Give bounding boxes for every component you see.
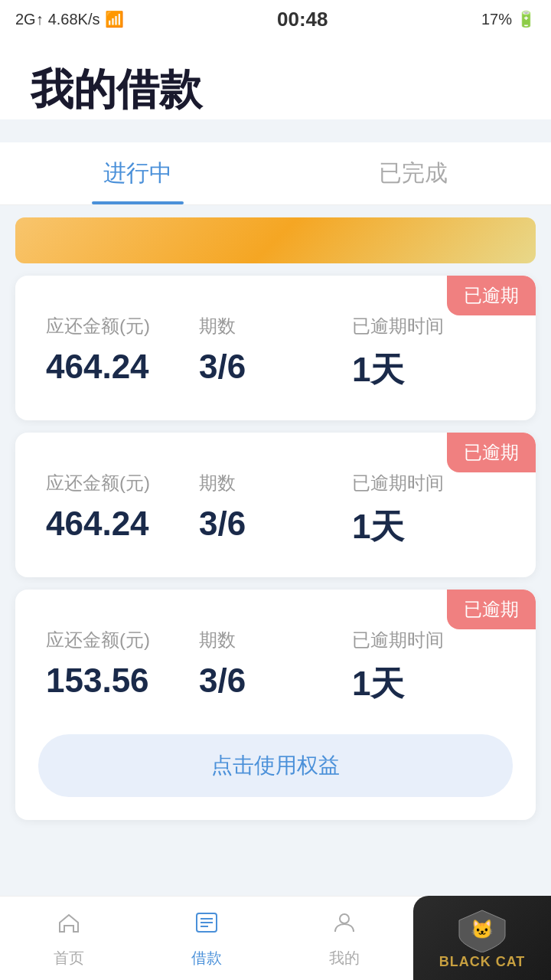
label-period-3: 期数 <box>199 628 352 652</box>
value-overdue-2: 1天 <box>352 505 505 550</box>
label-period-1: 期数 <box>199 314 352 338</box>
benefit-button[interactable]: 点击使用权益 <box>38 734 513 797</box>
blackcat-overlay: 🐱 BLACK CAT <box>413 896 551 980</box>
value-amount-2: 464.24 <box>46 505 199 543</box>
label-overdue-2: 已逾期时间 <box>352 471 505 495</box>
card-col-overdue-1: 已逾期时间 1天 <box>352 314 505 393</box>
card-col-period-1: 期数 3/6 <box>199 314 352 386</box>
signal-text: 2G↑ <box>15 11 44 28</box>
label-amount-2: 应还金额(元) <box>46 471 199 495</box>
card-row-3: 应还金额(元) 153.56 期数 3/6 已逾期时间 1天 <box>46 628 505 707</box>
card-col-overdue-2: 已逾期时间 1天 <box>352 471 505 550</box>
card-col-overdue-3: 已逾期时间 1天 <box>352 628 505 707</box>
card-col-period-2: 期数 3/6 <box>199 471 352 543</box>
card-col-amount-1: 应还金额(元) 464.24 <box>46 314 199 386</box>
status-right: 17% 🔋 <box>481 10 536 28</box>
page-title: 我的借款 <box>31 61 520 119</box>
label-period-2: 期数 <box>199 471 352 495</box>
label-overdue-3: 已逾期时间 <box>352 628 505 652</box>
overdue-badge-2: 已逾期 <box>447 433 536 472</box>
value-period-1: 3/6 <box>199 348 352 386</box>
header: 我的借款 <box>0 38 551 119</box>
label-overdue-1: 已逾期时间 <box>352 314 505 338</box>
label-amount-3: 应还金额(元) <box>46 628 199 652</box>
loan-card-3: 已逾期 应还金额(元) 153.56 期数 3/6 已逾期时间 1天 点击使用权… <box>15 590 536 820</box>
svg-text:🐱: 🐱 <box>471 918 494 940</box>
nav-label-loan: 借款 <box>191 948 222 969</box>
loan-icon <box>193 909 220 943</box>
promo-banner[interactable] <box>15 217 536 263</box>
blackcat-shield-icon: 🐱 <box>455 906 509 952</box>
speed-text: 4.68K/s <box>48 11 100 28</box>
main-content: 已逾期 应还金额(元) 464.24 期数 3/6 已逾期时间 1天 已逾期 <box>0 205 551 848</box>
value-amount-1: 464.24 <box>46 348 199 386</box>
status-left: 2G↑ 4.68K/s 📶 <box>15 10 124 28</box>
tab-in-progress[interactable]: 进行中 <box>0 142 276 204</box>
battery-icon: 🔋 <box>517 10 536 28</box>
blackcat-text: BLACK CAT <box>439 954 526 970</box>
card-col-amount-3: 应还金额(元) 153.56 <box>46 628 199 700</box>
overdue-badge-3: 已逾期 <box>447 590 536 629</box>
value-period-2: 3/6 <box>199 505 352 543</box>
card-col-period-3: 期数 3/6 <box>199 628 352 700</box>
nav-item-mine[interactable]: 我的 <box>276 901 413 976</box>
nav-item-home[interactable]: 首页 <box>0 901 138 976</box>
card-row-1: 应还金额(元) 464.24 期数 3/6 已逾期时间 1天 <box>46 314 505 393</box>
nav-label-home: 首页 <box>54 948 84 969</box>
battery-text: 17% <box>481 11 512 28</box>
mine-icon <box>331 909 358 943</box>
value-overdue-1: 1天 <box>352 348 505 393</box>
value-period-3: 3/6 <box>199 662 352 700</box>
card-col-amount-2: 应还金额(元) 464.24 <box>46 471 199 543</box>
home-icon <box>55 909 83 943</box>
label-amount-1: 应还金额(元) <box>46 314 199 338</box>
status-bar: 2G↑ 4.68K/s 📶 00:48 17% 🔋 <box>0 0 551 38</box>
time-display: 00:48 <box>277 8 328 31</box>
tab-completed[interactable]: 已完成 <box>276 142 551 204</box>
value-overdue-3: 1天 <box>352 662 505 707</box>
loan-card-1: 已逾期 应还金额(元) 464.24 期数 3/6 已逾期时间 1天 <box>15 276 536 420</box>
wifi-icon: 📶 <box>105 10 124 28</box>
tabs-container: 进行中 已完成 <box>0 142 551 205</box>
loan-card-2: 已逾期 应还金额(元) 464.24 期数 3/6 已逾期时间 1天 <box>15 433 536 577</box>
svg-point-4 <box>340 914 349 923</box>
overdue-badge-1: 已逾期 <box>447 276 536 315</box>
value-amount-3: 153.56 <box>46 662 199 700</box>
nav-item-loan[interactable]: 借款 <box>138 901 276 976</box>
card-row-2: 应还金额(元) 464.24 期数 3/6 已逾期时间 1天 <box>46 471 505 550</box>
nav-label-mine: 我的 <box>329 948 360 969</box>
